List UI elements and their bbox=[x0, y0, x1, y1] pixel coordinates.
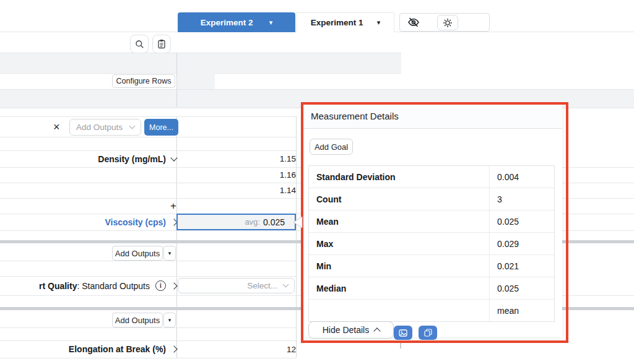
density-label: Density (mg/mL) bbox=[98, 154, 166, 164]
popup-anchor-arrow bbox=[293, 216, 303, 228]
popup-header: Measurement Details bbox=[303, 104, 562, 129]
stats-table: Standard Deviation 0.004 Count 3 Mean 0.… bbox=[308, 165, 555, 322]
stat-label: Mean bbox=[309, 210, 489, 232]
stats-row: Median 0.025 bbox=[309, 277, 554, 300]
app-window: Experiment 2 ▾ Experiment 1 ▾ bbox=[0, 0, 634, 364]
clipboard-icon bbox=[157, 39, 166, 49]
search-button[interactable] bbox=[130, 35, 149, 53]
search-icon bbox=[135, 40, 144, 49]
add-outputs-caret-button[interactable]: ▾ bbox=[163, 313, 176, 327]
hide-details-label: Hide Details bbox=[323, 325, 369, 335]
measurement-details-popup: Measurement Details Add Goal Standard De… bbox=[303, 104, 562, 337]
part-quality-label: rt Quality: Standard Outputs bbox=[39, 281, 150, 291]
stat-label: Max bbox=[309, 233, 489, 254]
viscosity-selected-cell[interactable]: avg: 0.025 bbox=[176, 214, 296, 230]
avg-value: 0.025 bbox=[263, 217, 285, 227]
viscosity-label: Viscosity (cps) bbox=[105, 217, 166, 227]
tab-experiment-2-label: Experiment 2 bbox=[201, 18, 253, 27]
add-outputs-button-label: Add Outputs bbox=[115, 316, 160, 325]
close-icon[interactable]: × bbox=[53, 119, 60, 136]
image-icon bbox=[399, 329, 407, 337]
add-goal-button[interactable]: Add Goal bbox=[310, 139, 353, 155]
eye-off-icon[interactable] bbox=[407, 16, 420, 28]
stat-value: 0.029 bbox=[489, 233, 554, 254]
settings-button[interactable] bbox=[437, 15, 458, 30]
density-value-cell[interactable]: 1.16 bbox=[176, 167, 305, 183]
configure-rows-label: Configure Rows bbox=[116, 77, 172, 85]
elongation-value-cell[interactable]: 12 bbox=[176, 340, 305, 358]
plus-icon[interactable]: + bbox=[170, 200, 176, 212]
elongation-value: 12 bbox=[287, 345, 296, 354]
chevron-down-icon[interactable]: ▾ bbox=[377, 19, 381, 26]
stat-value: 3 bbox=[489, 188, 554, 210]
add-outputs-placeholder: Add Outputs bbox=[76, 123, 123, 132]
grid-line bbox=[0, 358, 296, 358]
add-outputs-button-label: Add Outputs bbox=[115, 249, 160, 258]
stats-row: Max 0.029 bbox=[309, 233, 554, 255]
stats-row: Count 3 bbox=[309, 188, 554, 210]
tab-experiment-1-label: Experiment 1 bbox=[311, 18, 363, 27]
info-icon[interactable]: i bbox=[155, 280, 166, 291]
chevron-down-icon bbox=[129, 123, 136, 129]
tab-experiment-1[interactable]: Experiment 1 ▾ bbox=[297, 12, 394, 32]
stat-label: Standard Deviation bbox=[309, 166, 489, 188]
add-outputs-button[interactable]: Add Outputs bbox=[112, 246, 163, 261]
density-value: 1.15 bbox=[280, 154, 296, 163]
copy-notes-button[interactable] bbox=[419, 326, 437, 340]
density-value-cell[interactable]: 1.15 bbox=[176, 150, 305, 167]
stat-label: Count bbox=[309, 188, 489, 210]
row-density[interactable]: Density (mg/mL) bbox=[0, 150, 184, 167]
add-goal-label: Add Goal bbox=[315, 142, 348, 152]
stats-row: Min 0.021 bbox=[309, 255, 554, 277]
stats-row: mean bbox=[309, 300, 554, 321]
density-value: 1.16 bbox=[280, 170, 296, 180]
row-part-quality[interactable]: rt Quality: Standard Outputs i bbox=[0, 276, 184, 295]
stat-label: Median bbox=[309, 277, 489, 299]
chevron-down-icon[interactable]: ▾ bbox=[269, 19, 273, 26]
stat-value: 0.004 bbox=[489, 166, 554, 188]
add-outputs-button[interactable]: Add Outputs bbox=[112, 313, 163, 327]
stats-row: Mean 0.025 bbox=[309, 210, 554, 233]
popup-title: Measurement Details bbox=[311, 111, 399, 121]
row-viscosity[interactable]: Viscosity (cps) bbox=[0, 214, 184, 230]
add-outputs-caret-button[interactable]: ▾ bbox=[163, 246, 176, 261]
caret-down-icon: ▾ bbox=[168, 317, 172, 323]
grid-line bbox=[303, 341, 401, 342]
grid-line bbox=[400, 341, 401, 349]
stat-value: mean bbox=[489, 300, 554, 321]
avg-prefix: avg: bbox=[245, 217, 260, 227]
select-dropdown[interactable]: Select... bbox=[178, 278, 295, 293]
density-value: 1.14 bbox=[280, 186, 296, 195]
add-measurement-row: + bbox=[0, 198, 181, 214]
density-value-cell[interactable]: 1.14 bbox=[176, 183, 305, 198]
select-placeholder: Select... bbox=[247, 281, 277, 290]
stat-value: 0.021 bbox=[489, 255, 554, 277]
part-quality-label-rest: : Standard Outputs bbox=[77, 281, 150, 291]
caret-down-icon: ▾ bbox=[168, 250, 172, 256]
copy-icon bbox=[424, 329, 432, 337]
more-button-label: More... bbox=[149, 123, 173, 132]
chevron-right-icon[interactable] bbox=[170, 282, 177, 289]
tab-experiment-2[interactable]: Experiment 2 ▾ bbox=[178, 12, 295, 32]
configure-rows-button[interactable]: Configure Rows bbox=[112, 74, 175, 88]
stat-label: Min bbox=[309, 255, 489, 277]
chart-image-button[interactable] bbox=[394, 326, 412, 340]
part-quality-label-bold: rt Quality bbox=[39, 281, 77, 291]
chevron-up-icon bbox=[374, 327, 381, 334]
more-button[interactable]: More... bbox=[144, 119, 178, 136]
add-outputs-dropdown[interactable]: Add Outputs bbox=[69, 119, 141, 136]
clipboard-button[interactable] bbox=[152, 35, 171, 53]
grid-line bbox=[0, 261, 296, 261]
grid-line bbox=[0, 327, 296, 328]
header-band-cell bbox=[176, 73, 215, 89]
stat-value: 0.025 bbox=[489, 210, 554, 232]
stat-label bbox=[309, 300, 489, 321]
gear-icon bbox=[443, 18, 453, 28]
grid-line bbox=[0, 137, 296, 137]
elongation-label: Elongation at Break (%) bbox=[69, 344, 166, 354]
grid-line bbox=[0, 116, 296, 117]
row-elongation[interactable]: Elongation at Break (%) bbox=[0, 340, 184, 358]
stat-value: 0.025 bbox=[489, 277, 554, 299]
grid-line bbox=[176, 53, 177, 107]
hide-details-button[interactable]: Hide Details bbox=[308, 321, 394, 339]
